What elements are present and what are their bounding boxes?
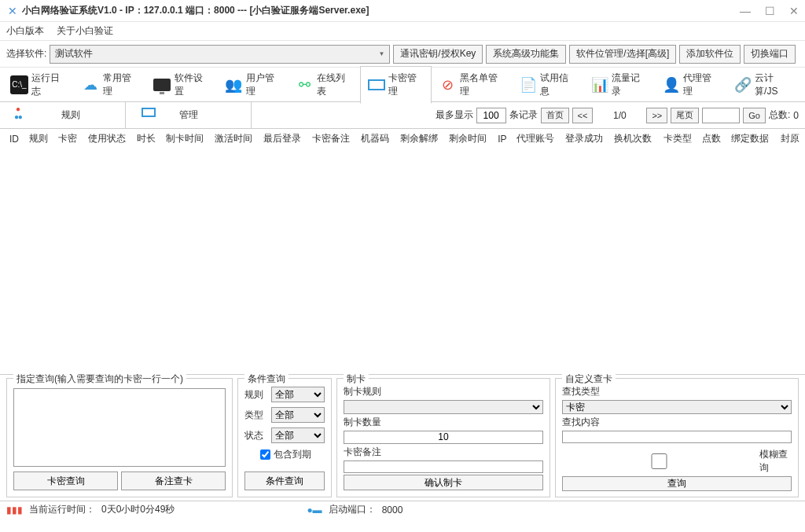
tab-common[interactable]: ☁常用管理	[75, 66, 146, 104]
max-label: 最多显示	[436, 108, 473, 122]
table-header[interactable]: 激活时间	[210, 129, 259, 149]
tab-runlog[interactable]: C:\_运行日志	[3, 66, 75, 104]
table-header[interactable]: 时长	[132, 129, 161, 149]
app-icon: ✕	[6, 5, 19, 17]
next-page-button[interactable]: >>	[646, 108, 667, 123]
table-header[interactable]: 剩余时间	[444, 129, 493, 149]
tab-online[interactable]: ⚯在线列表	[289, 66, 360, 104]
table-header[interactable]: IP	[493, 129, 512, 149]
rule-select[interactable]: 全部	[271, 387, 325, 402]
table-header[interactable]: 封原	[776, 129, 805, 149]
software-label: 选择软件:	[6, 47, 46, 61]
table-area[interactable]: ID规则卡密使用状态时长制卡时间激活时间最后登录卡密备注机器码剩余解绑剩余时间I…	[0, 129, 805, 375]
software-selected: 测试软件	[55, 47, 93, 61]
panel-title: 制卡	[344, 372, 369, 386]
software-row: 选择软件: 测试软件 通讯密钥/授权Key 系统高级功能集 软件位管理/选择[高…	[0, 41, 805, 68]
total-value: 0	[793, 110, 799, 121]
panel-condition-query: 条件查询 规则 全部 类型 全部 状态 全部 包含到期 条件查询	[237, 378, 332, 497]
panel-title: 指定查询(输入需要查询的卡密一行一个)	[13, 372, 186, 386]
table-header[interactable]: 绑定数据	[726, 129, 775, 149]
link-icon: 🔗	[733, 75, 752, 94]
table-header[interactable]: 最后登录	[259, 129, 307, 149]
rule-label: 规则	[244, 388, 266, 402]
maximize-button[interactable]: ☐	[765, 5, 775, 17]
make-qty-input[interactable]	[344, 431, 543, 444]
runtime-label: 当前运行时间：	[29, 503, 95, 516]
search-content-label: 查找内容	[562, 416, 792, 429]
btn-advanced[interactable]: 系统高级功能集	[486, 45, 566, 64]
go-button[interactable]: Go	[743, 108, 766, 123]
menu-about[interactable]: 关于小白验证	[57, 24, 113, 38]
table-header[interactable]: 换机次数	[609, 129, 658, 149]
table-header[interactable]: 规则	[24, 129, 53, 149]
records-label: 条记录	[509, 108, 538, 122]
tab-settings[interactable]: 软件设置	[146, 66, 218, 104]
btn-auth-key[interactable]: 通讯密钥/授权Key	[393, 45, 483, 64]
title-bar: ✕ 小白网络验证系统V1.0 - IP：127.0.0.1 端口：8000 --…	[0, 0, 805, 22]
table-header[interactable]: 点数	[697, 129, 726, 149]
panel-title: 条件查询	[244, 372, 289, 386]
share-icon: ⚯	[296, 75, 314, 94]
panel-specific-query: 指定查询(输入需要查询的卡密一行一个) 卡密查询 备注查卡	[6, 378, 233, 497]
remark-query-button[interactable]: 备注查卡	[121, 471, 226, 490]
type-label: 类型	[244, 409, 266, 422]
last-page-button[interactable]: 尾页	[671, 108, 699, 123]
tab-cloud-js[interactable]: 🔗云计算/JS	[726, 66, 802, 104]
table-header[interactable]: 代理账号	[512, 129, 561, 149]
goto-input[interactable]	[702, 108, 740, 123]
fuzzy-checkbox[interactable]	[562, 453, 756, 469]
make-remark-input[interactable]	[344, 460, 543, 474]
search-type-label: 查找类型	[562, 385, 792, 398]
confirm-make-button[interactable]: 确认制卡	[344, 475, 543, 490]
table-header[interactable]: 卡密备注	[307, 129, 356, 149]
table-header[interactable]: 卡密	[53, 129, 83, 149]
type-select[interactable]: 全部	[271, 407, 325, 423]
tab-agent[interactable]: 👤代理管理	[655, 66, 726, 104]
port-value: 8000	[382, 504, 403, 515]
table-header[interactable]: 卡类型	[659, 129, 698, 149]
table-header[interactable]: 登录成功	[561, 129, 609, 149]
tab-trial[interactable]: 📄试用信息	[513, 66, 584, 104]
condition-query-button[interactable]: 条件查询	[244, 471, 325, 490]
panel-make-card: 制卡 制卡规则 制卡数量 卡密备注 确认制卡	[336, 378, 550, 497]
card-query-button[interactable]: 卡密查询	[13, 471, 118, 490]
table-header[interactable]: 剩余解绑	[395, 129, 444, 149]
table-header[interactable]: ID	[0, 129, 24, 149]
first-page-button[interactable]: 首页	[541, 108, 569, 123]
tab-blacklist[interactable]: ⊘黑名单管理	[432, 66, 512, 104]
chart-icon: 📊	[590, 75, 608, 94]
monitor-icon	[153, 75, 171, 94]
table-header-row: ID规则卡密使用状态时长制卡时间激活时间最后登录卡密备注机器码剩余解绑剩余时间I…	[0, 129, 805, 149]
btn-switch-port[interactable]: 切换端口	[744, 45, 796, 64]
sub-tab-manage[interactable]: 管理	[126, 102, 252, 128]
btn-slot-manage[interactable]: 软件位管理/选择[高级]	[569, 45, 676, 64]
card-query-textarea[interactable]	[13, 388, 226, 467]
port-label: 启动端口：	[329, 503, 376, 516]
total-label: 总数:	[769, 108, 790, 122]
close-button[interactable]: ✕	[789, 5, 799, 17]
card-icon	[367, 75, 385, 94]
sub-tab-rules[interactable]: 规则	[0, 102, 126, 128]
minimize-button[interactable]: —	[740, 5, 751, 17]
search-type-select[interactable]: 卡密	[562, 400, 792, 414]
fuzzy-label: 模糊查询	[759, 448, 792, 475]
table-header[interactable]: 机器码	[356, 129, 395, 149]
tab-card[interactable]: 卡密管理	[360, 66, 432, 104]
include-expired-checkbox[interactable]	[260, 449, 270, 460]
max-input[interactable]	[476, 108, 506, 123]
main-tabs: C:\_运行日志 ☁常用管理 软件设置 👥用户管理 ⚯在线列表 卡密管理 ⊘黑名…	[0, 68, 805, 102]
btn-add-slot[interactable]: 添加软件位	[679, 45, 741, 64]
tab-traffic[interactable]: 📊流量记录	[583, 66, 655, 104]
status-select[interactable]: 全部	[271, 427, 325, 443]
search-content-input[interactable]	[562, 431, 792, 443]
make-rule-select[interactable]	[344, 400, 543, 414]
tab-users[interactable]: 👥用户管理	[218, 66, 289, 104]
table-header[interactable]: 制卡时间	[161, 129, 210, 149]
menu-version[interactable]: 小白版本	[6, 24, 44, 38]
table-header[interactable]: 使用状态	[83, 129, 132, 149]
window-title: 小白网络验证系统V1.0 - IP：127.0.0.1 端口：8000 --- …	[22, 4, 369, 17]
runtime-icon: ▮▮▮	[6, 504, 23, 515]
software-select[interactable]: 测试软件	[50, 45, 390, 64]
custom-query-button[interactable]: 查询	[562, 476, 792, 491]
prev-page-button[interactable]: <<	[572, 108, 594, 123]
